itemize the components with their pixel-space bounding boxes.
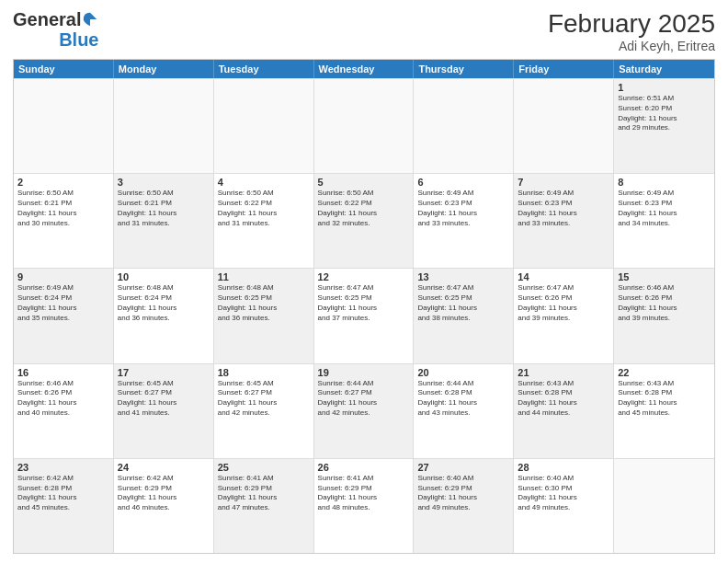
cal-cell-3-4: 20Sunrise: 6:44 AM Sunset: 6:28 PM Dayli… [414, 364, 514, 458]
cell-text: Sunrise: 6:50 AM Sunset: 6:21 PM Dayligh… [118, 189, 210, 228]
cal-cell-2-0: 9Sunrise: 6:49 AM Sunset: 6:24 PM Daylig… [14, 269, 114, 362]
header-sunday: Sunday [14, 60, 114, 78]
day-number: 27 [417, 462, 509, 473]
cell-text: Sunrise: 6:43 AM Sunset: 6:28 PM Dayligh… [518, 379, 609, 419]
calendar: Sunday Monday Tuesday Wednesday Thursday… [13, 59, 715, 554]
cal-cell-0-3 [314, 79, 415, 173]
cell-text: Sunrise: 6:49 AM Sunset: 6:23 PM Dayligh… [417, 189, 509, 228]
cell-text: Sunrise: 6:42 AM Sunset: 6:29 PM Dayligh… [118, 474, 210, 513]
day-number: 13 [417, 271, 509, 282]
day-number: 10 [118, 271, 210, 282]
day-number: 24 [118, 462, 210, 473]
cal-cell-2-5: 14Sunrise: 6:47 AM Sunset: 6:26 PM Dayli… [514, 269, 614, 362]
cell-text: Sunrise: 6:45 AM Sunset: 6:27 PM Dayligh… [218, 379, 310, 419]
cal-cell-2-2: 11Sunrise: 6:48 AM Sunset: 6:25 PM Dayli… [214, 269, 314, 362]
cal-cell-1-3: 5Sunrise: 6:50 AM Sunset: 6:22 PM Daylig… [314, 174, 415, 268]
day-number: 12 [318, 271, 410, 282]
cell-text: Sunrise: 6:49 AM Sunset: 6:24 PM Dayligh… [17, 283, 109, 323]
cell-text: Sunrise: 6:41 AM Sunset: 6:29 PM Dayligh… [318, 474, 410, 513]
cell-text: Sunrise: 6:40 AM Sunset: 6:29 PM Dayligh… [417, 474, 509, 513]
cal-cell-0-2 [214, 79, 314, 173]
day-number: 15 [618, 271, 711, 282]
day-number: 23 [17, 462, 109, 473]
title-block: February 2025 Adi Keyh, Eritrea [548, 9, 715, 53]
cell-text: Sunrise: 6:44 AM Sunset: 6:28 PM Dayligh… [417, 379, 509, 419]
header-monday: Monday [114, 60, 214, 78]
day-number: 28 [518, 462, 609, 473]
calendar-header: Sunday Monday Tuesday Wednesday Thursday… [14, 60, 714, 78]
cell-text: Sunrise: 6:46 AM Sunset: 6:26 PM Dayligh… [17, 379, 109, 419]
cal-row-0: 1Sunrise: 6:51 AM Sunset: 6:20 PM Daylig… [14, 78, 714, 173]
cal-cell-1-2: 4Sunrise: 6:50 AM Sunset: 6:22 PM Daylig… [214, 174, 314, 268]
day-number: 3 [118, 177, 210, 188]
header: General Blue February 2025 Adi Keyh, Eri… [13, 9, 715, 53]
cal-cell-2-6: 15Sunrise: 6:46 AM Sunset: 6:26 PM Dayli… [614, 269, 714, 362]
day-number: 4 [218, 177, 310, 188]
day-number: 26 [318, 462, 410, 473]
day-number: 21 [518, 367, 609, 378]
cal-cell-3-5: 21Sunrise: 6:43 AM Sunset: 6:28 PM Dayli… [514, 364, 614, 458]
cal-cell-3-3: 19Sunrise: 6:44 AM Sunset: 6:27 PM Dayli… [314, 364, 415, 458]
cell-text: Sunrise: 6:50 AM Sunset: 6:22 PM Dayligh… [218, 189, 310, 228]
calendar-body: 1Sunrise: 6:51 AM Sunset: 6:20 PM Daylig… [14, 78, 714, 553]
day-number: 9 [17, 271, 109, 282]
cal-cell-0-1 [114, 79, 214, 173]
cal-cell-2-3: 12Sunrise: 6:47 AM Sunset: 6:25 PM Dayli… [314, 269, 415, 362]
day-number: 19 [318, 367, 410, 378]
cell-text: Sunrise: 6:42 AM Sunset: 6:28 PM Dayligh… [17, 474, 109, 513]
day-number: 20 [417, 367, 509, 378]
header-tuesday: Tuesday [214, 60, 314, 78]
cell-text: Sunrise: 6:47 AM Sunset: 6:25 PM Dayligh… [318, 283, 410, 323]
header-thursday: Thursday [414, 60, 514, 78]
cell-text: Sunrise: 6:48 AM Sunset: 6:25 PM Dayligh… [218, 283, 310, 323]
cell-text: Sunrise: 6:44 AM Sunset: 6:27 PM Dayligh… [318, 379, 410, 419]
cell-text: Sunrise: 6:43 AM Sunset: 6:28 PM Dayligh… [618, 379, 711, 419]
cell-text: Sunrise: 6:41 AM Sunset: 6:29 PM Dayligh… [218, 474, 310, 513]
cal-row-1: 2Sunrise: 6:50 AM Sunset: 6:21 PM Daylig… [14, 173, 714, 268]
day-number: 7 [518, 177, 609, 188]
cal-cell-3-1: 17Sunrise: 6:45 AM Sunset: 6:27 PM Dayli… [114, 364, 214, 458]
cal-cell-1-4: 6Sunrise: 6:49 AM Sunset: 6:23 PM Daylig… [414, 174, 514, 268]
day-number: 6 [417, 177, 509, 188]
day-number: 5 [318, 177, 410, 188]
logo-blue-text: Blue [59, 29, 98, 50]
cal-row-3: 16Sunrise: 6:46 AM Sunset: 6:26 PM Dayli… [14, 363, 714, 458]
cal-cell-1-0: 2Sunrise: 6:50 AM Sunset: 6:21 PM Daylig… [14, 174, 114, 268]
cal-cell-4-5: 28Sunrise: 6:40 AM Sunset: 6:30 PM Dayli… [514, 459, 614, 553]
header-friday: Friday [514, 60, 614, 78]
cell-text: Sunrise: 6:51 AM Sunset: 6:20 PM Dayligh… [618, 94, 711, 133]
cal-cell-2-1: 10Sunrise: 6:48 AM Sunset: 6:24 PM Dayli… [114, 269, 214, 362]
cell-text: Sunrise: 6:49 AM Sunset: 6:23 PM Dayligh… [618, 189, 711, 228]
cal-cell-3-2: 18Sunrise: 6:45 AM Sunset: 6:27 PM Dayli… [214, 364, 314, 458]
day-number: 8 [618, 177, 711, 188]
cal-cell-4-3: 26Sunrise: 6:41 AM Sunset: 6:29 PM Dayli… [314, 459, 415, 553]
title-month: February 2025 [548, 9, 715, 39]
cal-cell-4-0: 23Sunrise: 6:42 AM Sunset: 6:28 PM Dayli… [14, 459, 114, 553]
cell-text: Sunrise: 6:47 AM Sunset: 6:26 PM Dayligh… [518, 283, 609, 323]
day-number: 1 [618, 82, 711, 93]
logo: General Blue [13, 9, 98, 50]
cal-cell-0-6: 1Sunrise: 6:51 AM Sunset: 6:20 PM Daylig… [614, 79, 714, 173]
cal-cell-3-0: 16Sunrise: 6:46 AM Sunset: 6:26 PM Dayli… [14, 364, 114, 458]
cell-text: Sunrise: 6:47 AM Sunset: 6:25 PM Dayligh… [417, 283, 509, 323]
day-number: 17 [118, 367, 210, 378]
day-number: 18 [218, 367, 310, 378]
cal-cell-1-5: 7Sunrise: 6:49 AM Sunset: 6:23 PM Daylig… [514, 174, 614, 268]
cell-text: Sunrise: 6:45 AM Sunset: 6:27 PM Dayligh… [118, 379, 210, 419]
day-number: 25 [218, 462, 310, 473]
cal-cell-4-2: 25Sunrise: 6:41 AM Sunset: 6:29 PM Dayli… [214, 459, 314, 553]
day-number: 16 [17, 367, 109, 378]
cal-cell-4-1: 24Sunrise: 6:42 AM Sunset: 6:29 PM Dayli… [114, 459, 214, 553]
cell-text: Sunrise: 6:50 AM Sunset: 6:21 PM Dayligh… [17, 189, 109, 228]
cal-cell-0-0 [14, 79, 114, 173]
page: General Blue February 2025 Adi Keyh, Eri… [0, 0, 728, 563]
cal-cell-0-5 [514, 79, 614, 173]
cal-cell-1-1: 3Sunrise: 6:50 AM Sunset: 6:21 PM Daylig… [114, 174, 214, 268]
cal-cell-1-6: 8Sunrise: 6:49 AM Sunset: 6:23 PM Daylig… [614, 174, 714, 268]
cell-text: Sunrise: 6:48 AM Sunset: 6:24 PM Dayligh… [118, 283, 210, 323]
cal-cell-2-4: 13Sunrise: 6:47 AM Sunset: 6:25 PM Dayli… [414, 269, 514, 362]
day-number: 14 [518, 271, 609, 282]
cell-text: Sunrise: 6:50 AM Sunset: 6:22 PM Dayligh… [318, 189, 410, 228]
day-number: 11 [218, 271, 310, 282]
cal-cell-4-4: 27Sunrise: 6:40 AM Sunset: 6:29 PM Dayli… [414, 459, 514, 553]
